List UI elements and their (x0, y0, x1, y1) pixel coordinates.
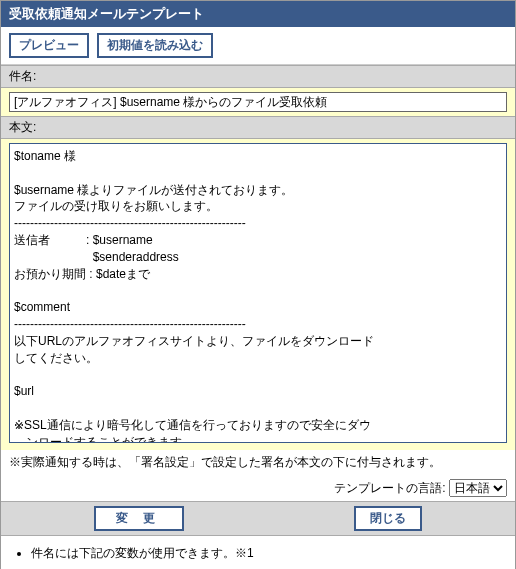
help-item: 件名には下記の変数が使用できます。※1 送信者名 : $username (31, 544, 503, 569)
load-defaults-button[interactable]: 初期値を読み込む (97, 33, 213, 58)
subject-input[interactable] (9, 92, 507, 112)
language-row: テンプレートの言語: 日本語 (1, 475, 515, 501)
close-button[interactable]: 閉じる (354, 506, 422, 531)
help-section: 件名には下記の変数が使用できます。※1 送信者名 : $username 本文に… (1, 536, 515, 569)
language-label: テンプレートの言語: (334, 481, 445, 495)
change-button[interactable]: 変 更 (94, 506, 183, 531)
subject-label: 件名: (1, 65, 515, 88)
body-label: 本文: (1, 116, 515, 139)
dialog-title: 受取依頼通知メールテンプレート (1, 1, 515, 27)
toolbar: プレビュー 初期値を読み込む (1, 27, 515, 65)
signature-note: ※実際通知する時は、「署名設定」で設定した署名が本文の下に付与されます。 (1, 450, 515, 475)
action-bar: 変 更 閉じる (1, 501, 515, 536)
language-select[interactable]: 日本語 (449, 479, 507, 497)
preview-button[interactable]: プレビュー (9, 33, 89, 58)
body-textarea[interactable] (9, 143, 507, 443)
